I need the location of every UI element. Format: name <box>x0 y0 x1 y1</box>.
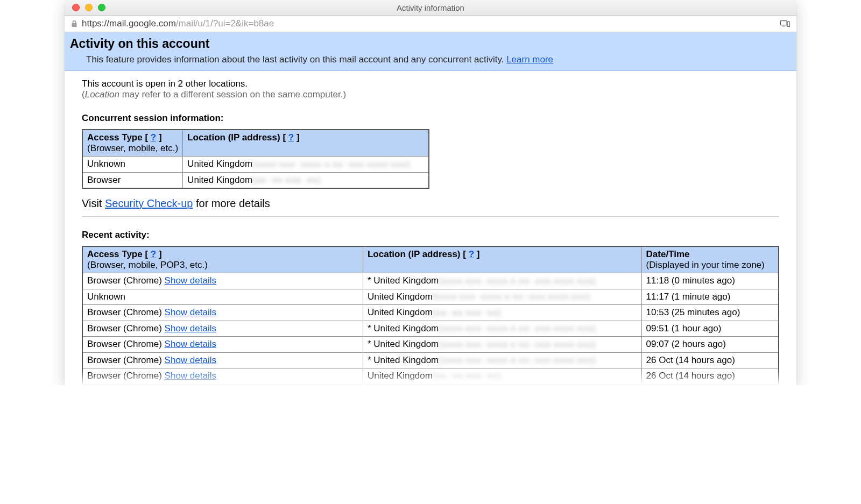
open-locations-status: This account is open in 2 other location… <box>82 79 779 89</box>
security-checkup-link[interactable]: Security Check-up <box>105 197 193 209</box>
close-window-button[interactable] <box>72 4 80 11</box>
redacted-ip: (xx··xx·xxx··xx) <box>433 308 501 318</box>
cell-access-type: Unknown <box>82 289 363 305</box>
security-checkup-line: Visit Security Check-up for more details <box>82 197 779 210</box>
cell-datetime: 26 Oct (14 hours ago) <box>641 368 779 385</box>
minimize-window-button[interactable] <box>85 4 93 11</box>
page-subtitle-text: This feature provides information about … <box>86 54 506 65</box>
table-row: UnknownUnited Kingdom (xxxx·xxx··xxxx·x·… <box>82 157 429 173</box>
cell-access-type: Browser (Chrome) Show details <box>82 321 363 337</box>
access-type-help-link[interactable]: ? <box>151 249 156 259</box>
url-domain: https://mail.google.com <box>82 18 176 29</box>
show-details-link[interactable]: Show details <box>165 355 216 365</box>
cell-location: United Kingdom (xx··xx·xxx··xx) <box>363 305 641 321</box>
divider <box>82 216 779 217</box>
url-path: /mail/u/1/?ui=2&ik=b8ae <box>176 18 274 29</box>
cell-location: United Kingdom (xxxx·xxx··xxxx·x·xx··xxx… <box>363 289 641 305</box>
table-row: Browser (Chrome) Show details* United Ki… <box>82 337 779 353</box>
recent-heading: Recent activity: <box>82 230 779 240</box>
show-details-link[interactable]: Show details <box>165 339 216 349</box>
cell-location: United Kingdom (xxxx·xxx··xxxx·x·xx··xxx… <box>183 157 429 173</box>
svg-rect-0 <box>72 23 77 27</box>
th-location: Location (IP address) [ ? ] <box>183 130 429 157</box>
cell-location: * United Kingdom (xxxx·xxx··xxxx·x·xx··x… <box>363 352 641 368</box>
page-header: Activity on this account This feature pr… <box>65 32 796 71</box>
concurrent-heading: Concurrent session information: <box>82 113 779 124</box>
open-locations-note: (Location may refer to a different sessi… <box>82 89 779 100</box>
redacted-ip: (xx··xx·xxx··xx) <box>252 175 321 186</box>
cell-location: United Kingdom (xx··xx·xxx··xx) <box>183 172 429 188</box>
table-row: Browser (Chrome) Show detailsUnited King… <box>82 305 779 321</box>
cell-datetime: 10:53 (25 minutes ago) <box>641 305 779 321</box>
titlebar: Activity information <box>65 0 796 16</box>
show-details-link[interactable]: Show details <box>165 323 216 333</box>
cell-access-type: Browser (Chrome) Show details <box>82 273 363 289</box>
page-title: Activity on this account <box>70 37 791 51</box>
cell-access-type: Browser (Chrome) Show details <box>82 368 363 385</box>
cell-datetime: 09:07 (2 hours ago) <box>641 337 779 353</box>
svg-rect-3 <box>787 22 790 26</box>
svg-rect-2 <box>782 26 785 26</box>
cell-datetime: 26 Oct (14 hours ago) <box>641 352 779 368</box>
th-access-type: Access Type [ ? ] (Browser, mobile, POP3… <box>82 246 363 273</box>
page-subtitle: This feature provides information about … <box>86 54 791 65</box>
concurrent-table: Access Type [ ? ] (Browser, mobile, etc.… <box>82 129 429 189</box>
location-help-link[interactable]: ? <box>288 132 294 143</box>
cell-location: * United Kingdom (xxxx·xxx··xxxx·x·xx··x… <box>363 337 641 353</box>
redacted-ip: (xxxx·xxx··xxxx·x·xx··xxx·xxxx·xxx) <box>439 276 596 287</box>
cell-datetime: 11:18 (0 minutes ago) <box>641 273 779 289</box>
cell-datetime: 11:17 (1 minute ago) <box>641 289 779 305</box>
redacted-ip: (xxxx·xxx··xxxx·x·xx··xxx·xxxx·xxx) <box>439 323 596 334</box>
cell-access-type: Browser (Chrome) Show details <box>82 352 363 368</box>
devices-icon[interactable] <box>780 20 790 27</box>
cell-access-type: Unknown <box>82 157 183 173</box>
table-row: Browser (Chrome) Show details* United Ki… <box>82 273 779 289</box>
cell-location: United Kingdom (xx··xx·xxx··xx) <box>363 368 641 385</box>
table-row: BrowserUnited Kingdom (xx··xx·xxx··xx) <box>82 172 429 188</box>
cell-datetime: 09:51 (1 hour ago) <box>641 321 779 337</box>
cell-location: * United Kingdom (xxxx·xxx··xxxx·x·xx··x… <box>363 273 641 289</box>
redacted-ip: (xx··xx·xxx··xx) <box>433 371 501 382</box>
lock-icon <box>71 20 77 27</box>
show-details-link[interactable]: Show details <box>165 275 216 286</box>
cell-access-type: Browser (Chrome) Show details <box>82 305 363 321</box>
maximize-window-button[interactable] <box>98 4 105 11</box>
show-details-link[interactable]: Show details <box>165 371 216 381</box>
cell-location: * United Kingdom (xxxx·xxx··xxxx·x·xx··x… <box>363 321 641 337</box>
show-details-link[interactable]: Show details <box>165 307 216 317</box>
redacted-ip: (xxxx·xxx··xxxx·x·xx··xxx·xxxx·xxx) <box>433 292 590 302</box>
location-help-link[interactable]: ? <box>469 249 474 259</box>
url-bar: https://mail.google.com/mail/u/1/?ui=2&i… <box>65 16 796 32</box>
table-row: Browser (Chrome) Show detailsUnited King… <box>82 368 779 385</box>
cell-access-type: Browser <box>82 172 183 188</box>
cell-access-type: Browser (Chrome) Show details <box>82 337 363 353</box>
th-datetime: Date/Time (Displayed in your time zone) <box>641 246 779 273</box>
redacted-ip: (xxxx·xxx··xxxx·x·xx··xxx·xxxx·xxx) <box>439 339 596 350</box>
redacted-ip: (xxxx·xxx··xxxx·x·xx··xxx·xxxx·xxx) <box>252 159 410 170</box>
redacted-ip: (xxxx·xxx··xxxx·x·xx··xxx·xxxx·xxx) <box>439 355 596 366</box>
recent-activity-table: Access Type [ ? ] (Browser, mobile, POP3… <box>82 246 779 385</box>
th-access-type: Access Type [ ? ] (Browser, mobile, etc.… <box>82 130 183 157</box>
access-type-help-link[interactable]: ? <box>151 132 156 143</box>
svg-rect-1 <box>780 21 787 25</box>
window-title: Activity information <box>65 3 796 12</box>
table-row: Browser (Chrome) Show details* United Ki… <box>82 352 779 368</box>
table-row: Browser (Chrome) Show details* United Ki… <box>82 321 779 337</box>
th-location: Location (IP address) [ ? ] <box>363 246 641 273</box>
window-controls <box>65 4 105 11</box>
table-row: UnknownUnited Kingdom (xxxx·xxx··xxxx·x·… <box>82 289 779 305</box>
learn-more-link[interactable]: Learn more <box>506 54 553 65</box>
